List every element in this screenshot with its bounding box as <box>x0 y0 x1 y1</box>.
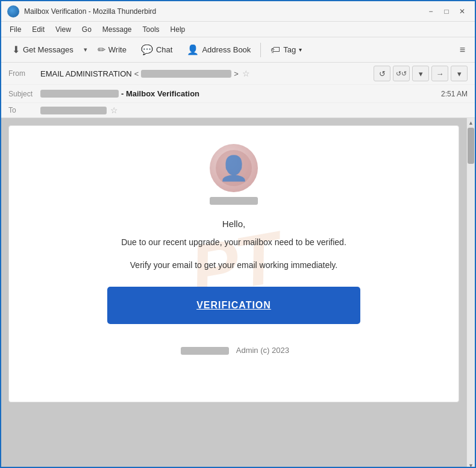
subject-bold: - Mailbox Verification <box>121 89 199 98</box>
reply-dropdown-button[interactable]: ▾ <box>412 66 429 81</box>
avatar-silhouette <box>216 150 252 186</box>
from-label: From <box>8 69 36 78</box>
scroll-up-arrow[interactable]: ▲ <box>467 118 475 128</box>
email-body-wrapper: PT Hello, Due to our recent upgrade, you… <box>1 118 466 468</box>
toolbar-separator <box>260 43 261 57</box>
menu-tools[interactable]: Tools <box>139 24 163 35</box>
star-icon[interactable]: ☆ <box>242 69 250 78</box>
write-icon: ✏ <box>98 44 105 55</box>
footer-prefix-blurred <box>181 347 229 355</box>
from-email-blurred <box>141 70 231 78</box>
content-area: PT Hello, Due to our recent upgrade, you… <box>1 118 475 468</box>
get-messages-button[interactable]: ⬇ Get Messages <box>6 42 80 58</box>
title-bar-left: Mailbox Verification - Mozilla Thunderbi… <box>7 5 156 17</box>
chat-label: Chat <box>156 45 172 54</box>
from-left: From EMAIL ADMINISTRATION < > ☆ <box>8 69 374 78</box>
email-body-line2: Verify your email to get your email work… <box>21 260 446 270</box>
menu-go[interactable]: Go <box>78 24 95 35</box>
forward-button[interactable]: → <box>431 66 448 81</box>
chat-button[interactable]: 💬 Chat <box>135 42 178 58</box>
maximize-button[interactable]: □ <box>440 5 453 18</box>
sender-domain-blurred <box>210 197 258 205</box>
scroll-thumb[interactable] <box>468 128 474 164</box>
address-book-button[interactable]: 👤 Address Book <box>181 42 257 58</box>
from-bracket-close: > <box>234 69 239 78</box>
thunderbird-logo <box>7 5 19 17</box>
email-greeting: Hello, <box>21 219 446 229</box>
more-actions-button[interactable]: ▾ <box>451 66 468 81</box>
title-bar: Mailbox Verification - Mozilla Thunderbi… <box>1 1 475 22</box>
email-body: PT Hello, Due to our recent upgrade, you… <box>8 125 459 402</box>
tag-label: Tag <box>283 45 296 54</box>
hamburger-menu-button[interactable]: ≡ <box>455 42 470 58</box>
subject-prefix-blurred <box>40 90 119 98</box>
close-button[interactable]: ✕ <box>456 5 469 18</box>
tag-icon: 🏷 <box>271 45 280 55</box>
get-messages-label: Get Messages <box>23 45 74 54</box>
address-book-label: Address Book <box>202 45 251 54</box>
from-name: EMAIL ADMINISTRATION <box>40 69 132 78</box>
scroll-down-arrow[interactable]: ▼ <box>467 461 475 468</box>
reply-button[interactable]: ↺ <box>374 66 390 81</box>
email-content: Hello, Due to our recent upgrade, your m… <box>21 219 446 355</box>
menu-help[interactable]: Help <box>167 24 189 35</box>
menu-edit[interactable]: Edit <box>28 24 48 35</box>
from-row: From EMAIL ADMINISTRATION < > ☆ ↺ ↺↺ ▾ →… <box>1 63 475 85</box>
from-bracket-open: < <box>134 69 139 78</box>
header-actions: ↺ ↺↺ ▾ → ▾ <box>374 66 468 81</box>
tag-dropdown-icon: ▾ <box>299 46 302 53</box>
menu-view[interactable]: View <box>52 24 75 35</box>
subject-content: Subject - Mailbox Verification <box>8 89 199 98</box>
subject-row: Subject - Mailbox Verification 2:51 AM <box>1 85 475 103</box>
write-label: Write <box>108 45 127 54</box>
to-label: To <box>8 106 36 114</box>
menu-message[interactable]: Message <box>99 24 136 35</box>
email-body-line1: Due to our recent upgrade, your mailbox … <box>21 237 446 247</box>
subject-label: Subject <box>8 90 36 98</box>
tag-button[interactable]: 🏷 Tag ▾ <box>265 42 308 58</box>
to-address-blurred <box>40 107 107 114</box>
get-messages-dropdown[interactable]: ▾ <box>82 43 89 56</box>
scrollbar[interactable]: ▲ ▼ <box>466 118 475 468</box>
to-row: To ☆ <box>1 103 475 117</box>
get-messages-icon: ⬇ <box>12 44 20 55</box>
email-header: From EMAIL ADMINISTRATION < > ☆ ↺ ↺↺ ▾ →… <box>1 63 475 118</box>
sender-domain <box>207 197 260 207</box>
write-button[interactable]: ✏ Write <box>92 42 133 58</box>
minimize-button[interactable]: − <box>424 5 437 18</box>
chat-icon: 💬 <box>141 44 153 55</box>
menu-file[interactable]: File <box>6 24 25 35</box>
window-title: Mailbox Verification - Mozilla Thunderbi… <box>24 7 156 16</box>
sender-avatar <box>210 144 258 192</box>
address-book-icon: 👤 <box>187 44 199 55</box>
reply-all-button[interactable]: ↺↺ <box>393 66 410 81</box>
toolbar: ⬇ Get Messages ▾ ✏ Write 💬 Chat 👤 Addres… <box>1 37 475 63</box>
footer-text: Admin (c) 2023 <box>236 346 289 355</box>
menu-bar: File Edit View Go Message Tools Help <box>1 22 475 37</box>
email-footer: Admin (c) 2023 <box>21 346 446 355</box>
to-star-icon[interactable]: ☆ <box>110 105 118 115</box>
verification-button[interactable]: VERIFICATION <box>107 287 360 324</box>
subject-text: - Mailbox Verification <box>121 89 199 98</box>
title-bar-controls: − □ ✕ <box>424 5 469 18</box>
email-time: 2:51 AM <box>441 90 468 98</box>
scroll-track[interactable] <box>467 128 475 461</box>
